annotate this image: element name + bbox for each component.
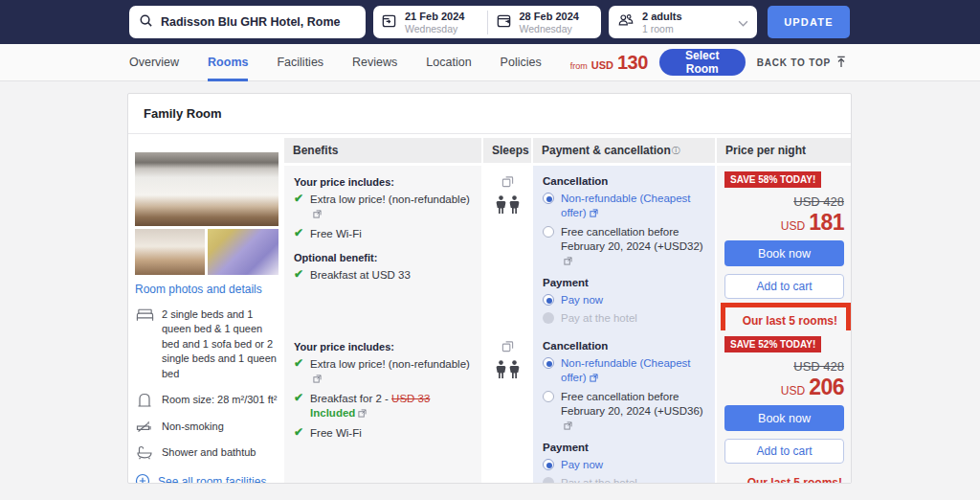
benefit-item: ✔ Extra low price! (non-refundable) — [294, 357, 472, 387]
from-price: from USD 130 — [570, 52, 648, 74]
includes-label: Your price includes: — [294, 176, 472, 188]
cancel-option-free-cancellation[interactable]: Free cancellation before February 20, 20… — [543, 390, 705, 434]
sleeps-adults-icons — [496, 195, 520, 215]
external-link-icon[interactable] — [590, 207, 598, 221]
see-all-facilities-link[interactable]: See all room facilities — [135, 473, 278, 484]
checkout-field[interactable]: 28 Feb 2024 Wednesday — [487, 11, 602, 34]
checkin-field[interactable]: 21 Feb 2024 Wednesday — [373, 11, 487, 34]
tab-rooms[interactable]: Rooms — [208, 44, 248, 81]
optional-benefit-label: Optional benefit: — [294, 252, 472, 263]
benefit-item: ✔ Free Wi-Fi — [294, 227, 472, 241]
room-photo-thumb-1[interactable] — [135, 229, 205, 275]
info-icon[interactable]: ⓘ — [672, 145, 680, 157]
bed-configuration-text: 2 single beds and 1 queen bed & 1 queen … — [162, 307, 278, 381]
pay-option-pay-now[interactable]: Pay now — [543, 458, 705, 472]
check-icon: ✔ — [294, 268, 303, 281]
old-price: USD 428 — [793, 359, 844, 374]
external-link-icon[interactable] — [564, 255, 572, 269]
save-badge: SAVE 52% TODAY! — [724, 336, 821, 352]
check-icon: ✔ — [294, 357, 303, 370]
benefit-item-breakfast: ✔ Breakfast for 2 - USD 33 Included — [294, 392, 472, 421]
radio-disabled-icon — [543, 477, 554, 484]
external-link-icon[interactable] — [313, 208, 322, 222]
payment-cell-2: Cancellation Non-refundable (Cheapest of… — [533, 330, 715, 484]
breakfast-included-label: Included — [310, 407, 355, 419]
cancel-option-nonrefundable[interactable]: Non-refundable (Cheapest offer) — [543, 192, 705, 221]
offer-row-2: Your price includes: ✔ Extra low price! … — [284, 330, 852, 484]
back-to-top-link[interactable]: BACK TO TOP — [757, 56, 847, 70]
update-button[interactable]: UPDATE — [768, 6, 850, 38]
cancel-option-free-cancellation[interactable]: Free cancellation before February 20, 20… — [543, 225, 705, 269]
room-photos-details-link[interactable]: Room photos and details — [135, 283, 278, 296]
see-all-facilities-label: See all room facilities — [158, 475, 266, 484]
pay-option-pay-now[interactable]: Pay now — [543, 293, 705, 307]
destination-search-box[interactable] — [129, 6, 366, 38]
book-now-button[interactable]: Book now — [724, 240, 844, 266]
search-icon — [139, 13, 153, 32]
benefit-item: ✔ Extra low price! (non-refundable) — [294, 193, 472, 222]
checkout-day: Wednesday — [520, 23, 579, 34]
compare-icon[interactable] — [501, 339, 514, 356]
compare-icon[interactable] — [501, 174, 514, 192]
room-photo-thumb-2[interactable] — [208, 229, 278, 275]
bathroom-info: Shower and bathtub — [135, 445, 278, 460]
sleeps-cell-2 — [483, 330, 531, 484]
save-badge: SAVE 58% TODAY! — [724, 171, 821, 188]
from-currency: USD — [591, 59, 613, 71]
room-info-column: Room photos and details 2 single beds an… — [135, 134, 278, 477]
benefits-cell-2: Your price includes: ✔ Extra low price! … — [284, 330, 481, 484]
room-size-text: Room size: 28 m²/301 ft² — [162, 393, 277, 407]
external-link-icon[interactable] — [313, 373, 322, 387]
cancel-option-nonrefundable[interactable]: Non-refundable (Cheapest offer) — [543, 356, 705, 386]
select-room-button[interactable]: Select Room — [659, 49, 746, 76]
sleeps-adults-icons — [496, 360, 520, 379]
current-price: USD 181 — [781, 210, 844, 236]
scarcity-message: Our last 5 rooms! — [724, 476, 844, 484]
search-input[interactable] — [161, 15, 356, 29]
room-photo-main[interactable] — [135, 152, 278, 226]
external-link-icon[interactable] — [564, 420, 572, 434]
checkin-date: 21 Feb 2024 — [405, 11, 464, 22]
breakfast-old-price: USD 33 — [391, 393, 430, 404]
from-amount: 130 — [617, 52, 648, 74]
shower-bathtub-icon — [135, 445, 154, 460]
tab-overview[interactable]: Overview — [129, 44, 179, 81]
check-icon: ✔ — [294, 227, 303, 239]
col-header-benefits: Benefits — [284, 138, 481, 163]
includes-label: Your price includes: — [294, 341, 472, 352]
back-to-top-label: BACK TO TOP — [757, 57, 831, 68]
smoking-policy-text: Non-smoking — [162, 420, 224, 434]
smoking-policy: Non-smoking — [135, 420, 278, 434]
add-to-cart-button[interactable]: Add to cart — [724, 274, 844, 299]
room-title: Family Room — [128, 94, 851, 134]
tab-policies[interactable]: Policies — [501, 44, 542, 81]
bed-configuration: 2 single beds and 1 queen bed & 1 queen … — [135, 307, 278, 381]
check-icon: ✔ — [294, 193, 303, 205]
plus-circle-icon — [135, 473, 150, 484]
offers-table: Benefits Sleeps Payment & cancellationⓘ … — [284, 134, 852, 477]
bathroom-info-text: Shower and bathtub — [162, 445, 256, 460]
radio-disabled-icon — [543, 312, 554, 324]
bed-icon — [135, 307, 154, 323]
col-header-sleeps: Sleeps — [483, 138, 531, 163]
tab-reviews[interactable]: Reviews — [352, 44, 397, 81]
book-now-button[interactable]: Book now — [724, 405, 844, 431]
tab-location[interactable]: Location — [426, 44, 471, 81]
benefit-item: ✔ Free Wi-Fi — [294, 426, 472, 441]
radio-selected-icon — [543, 459, 554, 470]
offers-table-header: Benefits Sleeps Payment & cancellationⓘ … — [284, 138, 852, 163]
price-cell-2: SAVE 52% TODAY! USD 428 USD 206 Book now… — [717, 330, 852, 484]
check-icon: ✔ — [294, 426, 303, 439]
add-to-cart-button[interactable]: Add to cart — [724, 439, 844, 464]
checkout-calendar-icon — [496, 12, 512, 33]
offer-row-1: Your price includes: ✔ Extra low price! … — [284, 166, 852, 325]
scarcity-message: Our last 5 rooms! — [734, 314, 837, 328]
col-header-price: Price per night — [717, 138, 852, 163]
tab-facilities[interactable]: Facilities — [277, 44, 323, 81]
old-price: USD 428 — [793, 194, 844, 209]
check-icon: ✔ — [294, 392, 303, 404]
current-price: USD 206 — [781, 375, 844, 400]
external-link-icon[interactable] — [358, 407, 367, 421]
external-link-icon[interactable] — [590, 372, 598, 386]
guests-selector[interactable]: 2 adults 1 room — [609, 6, 757, 38]
